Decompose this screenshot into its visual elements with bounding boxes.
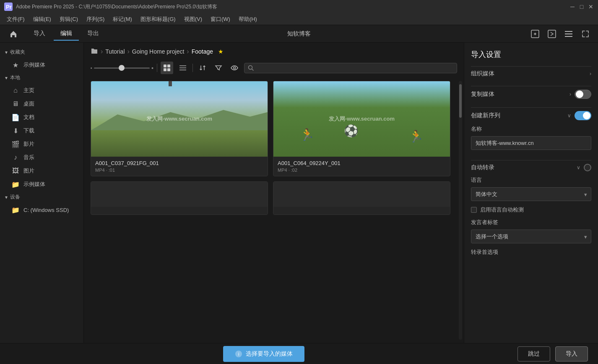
transcribe-options-label: 转录首选项 bbox=[471, 248, 591, 256]
media-card-3[interactable] bbox=[273, 181, 450, 215]
sample-media-label: 示例媒体 bbox=[23, 61, 45, 69]
scrollbar-thumb[interactable] bbox=[459, 84, 462, 118]
svg-rect-6 bbox=[565, 36, 572, 37]
list-view-button[interactable] bbox=[177, 62, 189, 74]
language-select[interactable]: 简体中文 bbox=[471, 187, 591, 201]
menu-clip[interactable]: 剪辑(C) bbox=[56, 15, 81, 24]
copy-media-toggle[interactable] bbox=[575, 90, 591, 99]
layout-icon[interactable] bbox=[563, 28, 575, 40]
thumb-size-slider[interactable]: ▪ ▪ bbox=[91, 65, 153, 71]
auto-transcribe-header[interactable]: 自动转录 ∨ bbox=[471, 160, 591, 175]
sequence-name-input[interactable] bbox=[471, 136, 591, 150]
minimize-button[interactable]: ─ bbox=[569, 4, 575, 10]
import-button[interactable]: 导入 bbox=[555, 346, 588, 361]
select-media-button[interactable]: i 选择要导入的媒体 bbox=[223, 346, 304, 362]
menu-file[interactable]: 文件(F) bbox=[3, 15, 28, 24]
main-layout: ▾ 收藏夹 ★ 示例媒体 ▾ 本地 ⌂ 主页 🖥 桌面 📄 文档 ⬇ 下载 🎬 bbox=[0, 43, 598, 343]
media-info-1: A001_C064_09224Y_001 MP4 · :02 bbox=[273, 157, 450, 176]
import-frame-icon[interactable] bbox=[529, 28, 541, 40]
export-frame-icon[interactable] bbox=[546, 28, 558, 40]
menu-view[interactable]: 视图(V) bbox=[181, 15, 205, 24]
sidebar-item-sample-media[interactable]: ★ 示例媒体 bbox=[0, 58, 83, 72]
right-panel: 导入设置 组织媒体 › 复制媒体 › 创建新序列 bbox=[464, 43, 598, 343]
breadcrumb-star-icon[interactable]: ★ bbox=[218, 48, 224, 55]
auto-detect-checkbox[interactable] bbox=[471, 207, 477, 213]
skip-button[interactable]: 跳过 bbox=[517, 346, 550, 361]
collections-label: 收藏夹 bbox=[10, 49, 25, 56]
bottom-right-buttons: 跳过 导入 bbox=[517, 346, 588, 361]
windows-ssd-label: C: (Windows SSD) bbox=[23, 207, 69, 213]
grid-view-button[interactable] bbox=[161, 62, 173, 74]
media-card-1[interactable]: 🏃 ⚽ 🏃 发入网-www.secruan.com A001_C064_0922… bbox=[273, 81, 450, 176]
sidebar-item-home[interactable]: ⌂ 主页 bbox=[0, 84, 83, 97]
sort-button[interactable] bbox=[196, 62, 209, 74]
menu-sequence[interactable]: 序列(S) bbox=[83, 15, 108, 24]
media-card-2[interactable] bbox=[91, 181, 268, 215]
sidebar-item-downloads[interactable]: ⬇ 下载 bbox=[0, 124, 83, 137]
nav-right-icons bbox=[529, 28, 591, 40]
maximize-button[interactable]: □ bbox=[579, 4, 585, 10]
name-label: 名称 bbox=[471, 125, 591, 133]
organize-media-header[interactable]: 组织媒体 › bbox=[471, 66, 591, 81]
media-card-0[interactable]: 发入网-www.secruan.com A001_C037_0921FG_001… bbox=[91, 81, 268, 176]
close-button[interactable]: ✕ bbox=[588, 4, 594, 10]
visibility-button[interactable] bbox=[228, 62, 241, 74]
auto-transcribe-arrow: ∨ bbox=[577, 165, 580, 170]
sidebar-item-documents[interactable]: 📄 文档 bbox=[0, 111, 83, 124]
downloads-label: 下载 bbox=[23, 127, 34, 134]
search-icon bbox=[248, 65, 254, 71]
music-icon: ♪ bbox=[12, 154, 19, 161]
scrollbar-track[interactable] bbox=[459, 81, 462, 340]
menu-marker[interactable]: 标记(M) bbox=[109, 15, 135, 24]
search-box[interactable] bbox=[244, 63, 457, 73]
media-meta-0: MP4 · :01 bbox=[95, 168, 263, 173]
nav-bar: 导入 编辑 导出 知软博客 bbox=[0, 25, 598, 43]
soccer-player-2: ⚽ bbox=[344, 124, 359, 138]
media-thumb-0: 发入网-www.secruan.com bbox=[91, 81, 268, 157]
sidebar-item-movies[interactable]: 🎬 影片 bbox=[0, 137, 83, 151]
create-sequence-toggle[interactable] bbox=[575, 111, 591, 120]
media-name-1: A001_C064_09224Y_001 bbox=[278, 160, 446, 166]
pictures-icon: 🖼 bbox=[12, 167, 19, 175]
section-create-sequence: 创建新序列 ∨ 名称 bbox=[471, 107, 591, 155]
sidebar-item-windows-ssd[interactable]: 📁 C: (Windows SSD) bbox=[0, 203, 83, 217]
search-input[interactable] bbox=[256, 65, 453, 71]
auto-transcribe-radio[interactable] bbox=[584, 164, 591, 171]
desktop-icon: 🖥 bbox=[12, 100, 19, 108]
breadcrumb-project[interactable]: Going Home project bbox=[132, 48, 185, 55]
breadcrumb-sep-2: › bbox=[127, 48, 130, 55]
ground-fg bbox=[91, 130, 268, 157]
menu-help[interactable]: 帮助(H) bbox=[235, 15, 260, 24]
breadcrumb-sep-1: › bbox=[101, 48, 103, 55]
speaker-select[interactable]: 选择一个选项 bbox=[471, 230, 591, 243]
menu-edit[interactable]: 编辑(E) bbox=[30, 15, 55, 24]
toolbar-divider-2 bbox=[192, 64, 193, 72]
home-nav-button[interactable] bbox=[7, 27, 20, 41]
tab-export[interactable]: 导出 bbox=[81, 27, 106, 41]
svg-rect-8 bbox=[167, 65, 170, 67]
sidebar-item-desktop[interactable]: 🖥 桌面 bbox=[0, 97, 83, 111]
sidebar-local-header[interactable]: ▾ 本地 bbox=[0, 72, 83, 84]
media-meta-1: MP4 · :02 bbox=[278, 168, 446, 173]
sidebar-item-sample-media2[interactable]: 📁 示例媒体 bbox=[0, 178, 83, 191]
breadcrumb-tutorial[interactable]: Tutorial bbox=[105, 48, 125, 55]
content-area: › Tutorial › Going Home project › Footag… bbox=[84, 43, 464, 343]
sidebar-collections-header[interactable]: ▾ 收藏夹 bbox=[0, 46, 83, 58]
copy-media-header[interactable]: 复制媒体 › bbox=[471, 86, 591, 102]
sidebar-item-pictures[interactable]: 🖼 图片 bbox=[0, 164, 83, 178]
desktop-label: 桌面 bbox=[23, 100, 34, 108]
tab-edit[interactable]: 编辑 bbox=[54, 27, 79, 41]
create-sequence-header[interactable]: 创建新序列 ∨ bbox=[471, 107, 591, 124]
menu-graphics[interactable]: 图形和标题(G) bbox=[137, 15, 179, 24]
slider-track[interactable] bbox=[94, 67, 150, 69]
tab-import[interactable]: 导入 bbox=[27, 27, 52, 41]
slider-thumb[interactable] bbox=[119, 65, 125, 71]
sidebar-devices-header[interactable]: ▾ 设备 bbox=[0, 191, 83, 203]
sidebar-item-music[interactable]: ♪ 音乐 bbox=[0, 151, 83, 164]
nav-tabs: 导入 编辑 导出 bbox=[27, 27, 106, 41]
media-grid: 发入网-www.secruan.com A001_C037_0921FG_001… bbox=[84, 77, 457, 343]
fullscreen-icon[interactable] bbox=[580, 28, 591, 40]
menu-window[interactable]: 窗口(W) bbox=[207, 15, 234, 24]
filter-button[interactable] bbox=[212, 62, 225, 74]
breadcrumb-folder-icon[interactable] bbox=[91, 47, 98, 56]
